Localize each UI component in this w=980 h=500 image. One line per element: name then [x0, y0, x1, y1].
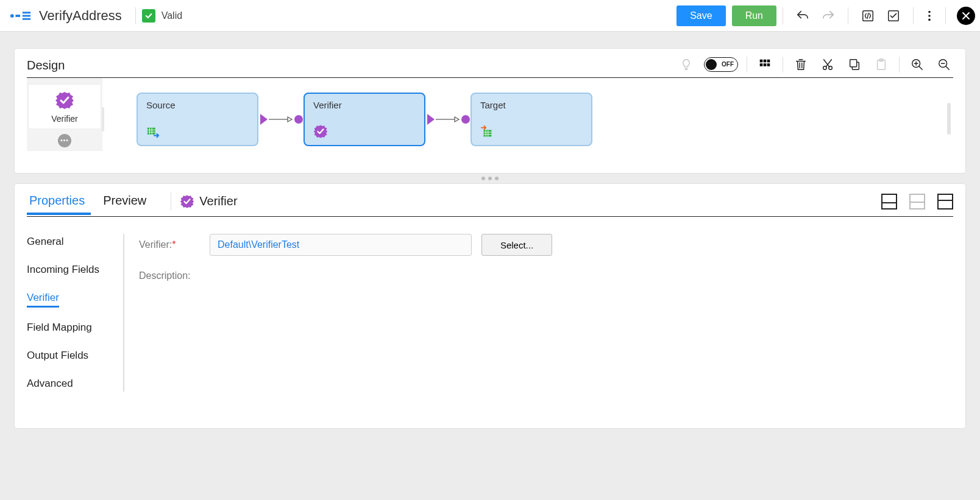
- svg-rect-24: [147, 128, 155, 135]
- toggle-switch[interactable]: OFF: [704, 57, 738, 72]
- tab-preview[interactable]: Preview: [101, 188, 152, 215]
- design-title: Design: [27, 55, 65, 74]
- layout-bottom-icon[interactable]: [881, 194, 897, 210]
- node-source[interactable]: Source: [137, 93, 258, 146]
- divider: [848, 7, 848, 24]
- layout-split-icon[interactable]: [909, 194, 925, 210]
- svg-rect-15: [767, 63, 770, 66]
- sidenav-output-fields[interactable]: Output Fields: [27, 348, 119, 364]
- divider: [783, 7, 783, 24]
- validation-status: Valid: [142, 9, 182, 23]
- redo-icon[interactable]: [818, 6, 838, 26]
- svg-rect-12: [767, 59, 770, 62]
- svg-rect-10: [760, 59, 763, 62]
- verifier-seal-icon: [313, 124, 328, 139]
- description-label: Description:: [139, 270, 953, 281]
- svg-rect-13: [760, 63, 763, 66]
- zoom-out-icon[interactable]: [935, 55, 953, 74]
- layout-top-icon[interactable]: [937, 194, 953, 210]
- svg-rect-3: [23, 15, 30, 16]
- source-table-icon: [146, 125, 160, 139]
- transformation-palette: Verifier •••: [27, 78, 102, 151]
- hint-icon[interactable]: [677, 55, 695, 74]
- svg-rect-2: [23, 12, 30, 13]
- sidenav-advanced[interactable]: Advanced: [27, 376, 119, 392]
- delete-icon[interactable]: [792, 55, 810, 74]
- divider: [913, 7, 914, 24]
- node-target[interactable]: Target: [470, 93, 592, 146]
- cut-icon[interactable]: [818, 55, 837, 74]
- connector: [258, 93, 304, 146]
- tab-properties[interactable]: Properties: [27, 188, 91, 215]
- divider: [135, 7, 136, 24]
- top-bar: VerifyAddress Valid Save Run: [0, 0, 980, 32]
- grid-icon[interactable]: [756, 55, 774, 74]
- node-title: Target: [480, 100, 583, 110]
- svg-rect-4: [23, 18, 30, 19]
- undo-icon[interactable]: [793, 6, 812, 26]
- validate-icon[interactable]: [884, 6, 903, 26]
- node-title: Verifier: [313, 100, 416, 110]
- verifier-field-label: Verifier:*: [139, 239, 200, 250]
- parameters-icon[interactable]: [858, 6, 878, 26]
- node-title: Source: [146, 100, 249, 110]
- svg-point-7: [928, 10, 931, 13]
- app-icon: [5, 10, 37, 22]
- design-panel: Design OFF: [15, 49, 965, 173]
- verifier-path-input[interactable]: [210, 234, 472, 256]
- svg-rect-11: [764, 59, 767, 62]
- svg-rect-14: [764, 63, 767, 66]
- svg-rect-19: [850, 59, 857, 66]
- canvas-scrollbar[interactable]: [947, 103, 951, 135]
- svg-point-0: [10, 14, 14, 18]
- properties-context: Verifier: [180, 194, 237, 209]
- properties-sidenav: General Incoming Fields Verifier Field M…: [27, 234, 124, 392]
- copy-icon[interactable]: [845, 55, 864, 74]
- save-button[interactable]: Save: [676, 5, 725, 26]
- svg-rect-29: [484, 130, 492, 136]
- panel-splitter[interactable]: [15, 173, 965, 184]
- properties-panel: Properties Preview Verifier General Inco…: [15, 184, 965, 428]
- close-button[interactable]: [957, 7, 975, 25]
- node-verifier[interactable]: Verifier: [304, 93, 425, 146]
- connector: [425, 93, 470, 146]
- run-button[interactable]: Run: [732, 5, 776, 26]
- status-text: Valid: [162, 10, 182, 21]
- paste-icon[interactable]: [872, 55, 890, 74]
- svg-point-26: [294, 115, 303, 124]
- target-table-icon: [480, 125, 494, 139]
- page-title: VerifyAddress: [37, 8, 129, 24]
- verifier-seal-icon: [55, 91, 74, 110]
- palette-item-label: Verifier: [51, 114, 78, 124]
- zoom-in-icon[interactable]: [908, 55, 926, 74]
- context-label: Verifier: [199, 194, 237, 208]
- sidenav-verifier[interactable]: Verifier: [27, 290, 59, 308]
- svg-rect-1: [15, 15, 20, 17]
- select-verifier-button[interactable]: Select...: [481, 234, 552, 256]
- svg-point-8: [928, 15, 931, 17]
- palette-item-verifier[interactable]: Verifier: [28, 84, 101, 129]
- palette-more-icon[interactable]: •••: [58, 134, 71, 147]
- sidenav-incoming-fields[interactable]: Incoming Fields: [27, 262, 119, 278]
- svg-point-9: [928, 18, 931, 21]
- mapping-canvas[interactable]: Source: [102, 78, 953, 161]
- sidenav-general[interactable]: General: [27, 234, 119, 250]
- toggle-label: OFF: [722, 61, 734, 68]
- svg-point-28: [461, 115, 470, 124]
- check-icon: [142, 9, 155, 23]
- kebab-menu-icon[interactable]: [920, 6, 939, 26]
- verifier-seal-icon: [180, 194, 194, 209]
- sidenav-field-mapping[interactable]: Field Mapping: [27, 320, 119, 336]
- divider: [945, 7, 946, 24]
